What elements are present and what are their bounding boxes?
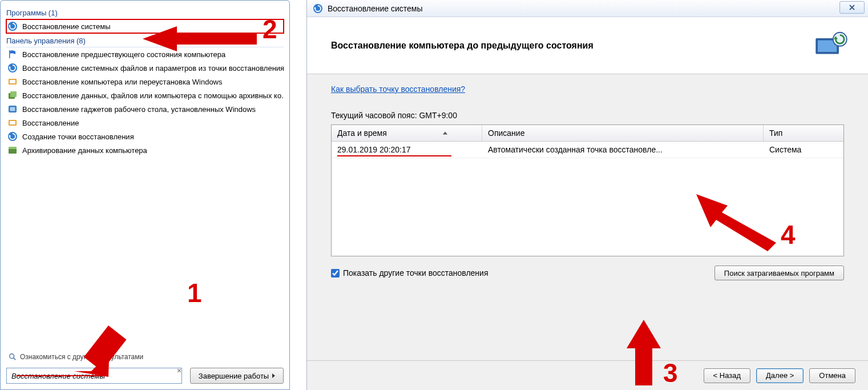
- svg-rect-10: [10, 107, 15, 111]
- result-item-label: Восстановление системных файлов и параме…: [22, 64, 284, 73]
- search-clear-button[interactable]: ×: [174, 365, 184, 376]
- cp-result-item[interactable]: Восстановление гаджетов рабочего стола, …: [6, 102, 284, 116]
- result-item-label: Восстановление данных, файлов или компью…: [22, 91, 284, 100]
- gadget-icon: [7, 104, 18, 114]
- svg-line-18: [14, 358, 16, 360]
- results-group-control-panel-header: Панель управления (8): [6, 35, 284, 47]
- result-item-label: Восстановление: [22, 119, 79, 127]
- cell-description: Автоматически созданная точка восстановл…: [482, 142, 764, 158]
- shutdown-button[interactable]: Завершение работы: [190, 368, 284, 384]
- see-more-results-link[interactable]: Ознакомиться с другими результатами: [9, 353, 143, 361]
- cp-result-item[interactable]: Восстановление предшествующего состояния…: [6, 47, 284, 61]
- start-search-input[interactable]: [6, 368, 182, 384]
- cell-date: 29.01.2019 20:20:17: [337, 145, 410, 154]
- column-header-description[interactable]: Описание: [482, 125, 764, 141]
- svg-rect-16: [9, 147, 17, 149]
- show-more-restore-points-checkbox[interactable]: Показать другие точки восстановления: [331, 268, 488, 278]
- result-program-system-restore[interactable]: Восстановление системы: [6, 19, 284, 33]
- result-item-label: Восстановление системы: [22, 22, 111, 31]
- search-icon: [9, 353, 17, 361]
- svg-rect-15: [9, 148, 17, 154]
- dialog-titlebar[interactable]: Восстановление системы: [307, 0, 868, 17]
- result-item-label: Восстановление компьютера или переустано…: [22, 78, 223, 86]
- cp-result-item[interactable]: Восстановление системных файлов и параме…: [6, 61, 284, 75]
- start-menu-search-panel: Программы (1) Восстановление системы Пан…: [0, 0, 290, 390]
- back-button[interactable]: < Назад: [704, 368, 750, 383]
- close-button[interactable]: [839, 1, 865, 14]
- system-restore-icon: [7, 131, 18, 142]
- wizard-header: Восстановление компьютера до предыдущего…: [307, 17, 868, 74]
- next-button[interactable]: Далее >: [756, 368, 804, 383]
- dialog-title: Восстановление системы: [328, 4, 423, 13]
- see-more-label: Ознакомиться с другими результатами: [20, 353, 143, 361]
- help-link-choose-restore-point[interactable]: Как выбрать точку восстановления?: [331, 85, 465, 94]
- recovery-icon: [7, 118, 18, 128]
- wizard-header-icon: [812, 31, 851, 60]
- shutdown-label: Завершение работы: [199, 372, 269, 380]
- result-item-label: Восстановление предшествующего состояния…: [22, 50, 225, 59]
- result-item-label: Архивирование данных компьютера: [22, 146, 147, 155]
- wizard-heading: Восстановление компьютера до предыдущего…: [331, 41, 594, 51]
- cell-type: Система: [764, 142, 843, 158]
- result-item-label: Создание точки восстановления: [22, 132, 134, 141]
- system-restore-icon: [7, 63, 18, 73]
- svg-rect-6: [10, 80, 15, 83]
- svg-rect-12: [10, 121, 15, 124]
- cancel-button[interactable]: Отмена: [809, 368, 855, 383]
- cp-result-item[interactable]: Восстановление компьютера или переустано…: [6, 75, 284, 89]
- cp-result-item[interactable]: Создание точки восстановления: [6, 130, 284, 143]
- system-restore-icon: [7, 21, 18, 31]
- restore-points-grid: Дата и время Описание Тип 29.01.2019 20:…: [331, 124, 844, 256]
- grid-header-row: Дата и время Описание Тип: [332, 125, 843, 142]
- system-restore-dialog: Восстановление системы Восстановление ко…: [306, 0, 868, 390]
- flag-icon: [7, 49, 18, 59]
- cp-result-item[interactable]: Восстановление: [6, 116, 284, 130]
- results-group-programs-header: Программы (1): [6, 7, 284, 19]
- svg-rect-2: [9, 50, 10, 58]
- archive-icon: [7, 145, 18, 155]
- cp-result-item[interactable]: Архивирование данных компьютера: [6, 143, 284, 157]
- column-header-date[interactable]: Дата и время: [332, 125, 482, 141]
- timezone-label: Текущий часовой пояс: GMT+9:00: [331, 111, 844, 120]
- result-item-label: Восстановление гаджетов рабочего стола, …: [22, 105, 256, 114]
- scan-affected-programs-button[interactable]: Поиск затрагиваемых программ: [714, 266, 844, 280]
- annotation-underline: [337, 155, 451, 156]
- recovery-icon: [7, 77, 18, 87]
- svg-rect-8: [10, 91, 17, 97]
- column-header-type[interactable]: Тип: [764, 125, 843, 141]
- checkbox-input[interactable]: [331, 269, 340, 278]
- chevron-right-icon: [272, 373, 275, 378]
- cp-result-item[interactable]: Восстановление данных, файлов или компью…: [6, 89, 284, 102]
- control-panel-results-list: Восстановление предшествующего состояния…: [6, 47, 284, 157]
- system-restore-icon: [313, 4, 323, 13]
- checkbox-label: Показать другие точки восстановления: [343, 268, 488, 278]
- restore-point-row[interactable]: 29.01.2019 20:20:17 Автоматически создан…: [332, 142, 843, 158]
- svg-point-17: [10, 354, 14, 359]
- backup-icon: [7, 90, 18, 100]
- wizard-footer: < Назад Далее > Отмена: [307, 360, 868, 390]
- close-icon: [849, 4, 855, 11]
